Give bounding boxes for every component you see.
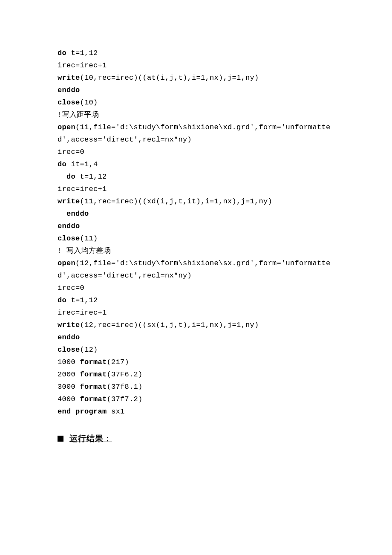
code-segment: 1000 xyxy=(58,358,80,366)
code-segment: open xyxy=(58,123,75,131)
code-line: do t=1,12 xyxy=(58,294,334,306)
code-segment: close xyxy=(58,98,80,107)
code-line: 1000 format(2i7) xyxy=(58,356,334,368)
code-segment: enddo xyxy=(58,333,80,341)
code-line: close(11) xyxy=(58,232,334,245)
code-segment: write xyxy=(58,321,80,329)
code-line: 2000 format(37F6.2) xyxy=(58,368,334,381)
code-segment: (37f7.2) xyxy=(107,395,143,403)
code-segment: irec=irec+1 xyxy=(58,61,107,69)
code-segment: t=1,12 xyxy=(66,49,98,57)
code-line: write(12,rec=irec)((sx(i,j,t),i=1,nx),j=… xyxy=(58,319,334,331)
code-segment: (10) xyxy=(80,98,98,107)
code-segment: (11,rec=irec)((xd(i,j,t,it),i=1,nx),j=1,… xyxy=(80,197,273,205)
code-segment: !写入距平场 xyxy=(58,111,99,119)
code-segment xyxy=(58,210,66,218)
code-segment: do xyxy=(58,160,66,168)
code-segment: end program xyxy=(58,408,107,416)
code-segment: do xyxy=(58,49,66,57)
code-segment: t=1,12 xyxy=(66,296,98,304)
code-segment: irec=0 xyxy=(58,148,84,156)
code-line: 3000 format(37f8.1) xyxy=(58,381,334,393)
code-line: write(10,rec=irec)((at(i,j,t),i=1,nx),j=… xyxy=(58,72,334,84)
code-line: irec=irec+1 xyxy=(58,306,334,319)
code-segment: format xyxy=(80,370,107,379)
code-segment: (37f8.1) xyxy=(107,383,143,391)
code-line: irec=0 xyxy=(58,146,334,158)
code-segment: 2000 xyxy=(58,370,80,379)
code-line: irec=0 xyxy=(58,282,334,294)
code-segment: irec=irec+1 xyxy=(58,185,107,193)
code-line: enddo xyxy=(58,208,334,220)
code-segment: close xyxy=(58,234,80,243)
code-line: irec=irec+1 xyxy=(58,59,334,72)
code-segment: (12) xyxy=(80,346,98,354)
code-segment: enddo xyxy=(58,86,80,94)
code-segment: (11) xyxy=(80,234,98,243)
code-segment: format xyxy=(80,383,107,391)
code-line: enddo xyxy=(58,220,334,232)
square-bullet-icon xyxy=(58,436,63,442)
code-segment xyxy=(58,173,66,181)
document-page: do t=1,12irec=irec+1write(10,rec=irec)((… xyxy=(0,0,392,555)
code-segment: t=1,12 xyxy=(75,173,107,181)
code-segment: (10,rec=irec)((at(i,j,t),i=1,nx),j=1,ny) xyxy=(80,74,259,82)
code-segment: do xyxy=(66,173,75,181)
code-segment: format xyxy=(80,358,107,366)
code-segment: close xyxy=(58,346,80,354)
code-line: do it=1,4 xyxy=(58,158,334,171)
code-line: do t=1,12 xyxy=(58,171,334,183)
code-segment: (12,rec=irec)((sx(i,j,t),i=1,nx),j=1,ny) xyxy=(80,321,259,329)
code-segment: 3000 xyxy=(58,383,80,391)
code-segment: irec=irec+1 xyxy=(58,309,107,317)
code-segment: enddo xyxy=(66,210,89,218)
code-segment: format xyxy=(80,395,107,403)
code-line: enddo xyxy=(58,331,334,344)
code-segment: irec=0 xyxy=(58,284,84,292)
code-line: !写入距平场 xyxy=(58,109,334,121)
code-line: close(10) xyxy=(58,96,334,109)
code-segment: do xyxy=(58,296,66,304)
code-segment: it=1,4 xyxy=(66,160,98,168)
section-heading: 运行结果： xyxy=(58,433,334,444)
code-line: open(11,file='d:\study\form\shixione\xd.… xyxy=(58,121,334,146)
code-line: end program sx1 xyxy=(58,405,334,418)
code-segment: write xyxy=(58,197,80,205)
code-segment: (37F6.2) xyxy=(107,370,143,379)
code-segment: open xyxy=(58,259,75,267)
code-segment: sx1 xyxy=(107,408,125,416)
code-segment: (11,file='d:\study\form\shixione\xd.grd'… xyxy=(58,123,331,144)
code-line: close(12) xyxy=(58,344,334,356)
code-segment: (2i7) xyxy=(107,358,130,366)
code-segment: (12,file='d:\study\form\shixione\sx.grd'… xyxy=(58,259,331,280)
code-line: enddo xyxy=(58,84,334,96)
code-block: do t=1,12irec=irec+1write(10,rec=irec)((… xyxy=(58,47,334,418)
section-title: 运行结果： xyxy=(69,433,112,444)
code-line: ! 写入均方差场 xyxy=(58,245,334,257)
code-line: open(12,file='d:\study\form\shixione\sx.… xyxy=(58,257,334,282)
code-line: irec=irec+1 xyxy=(58,183,334,195)
code-line: do t=1,12 xyxy=(58,47,334,59)
code-line: write(11,rec=irec)((xd(i,j,t,it),i=1,nx)… xyxy=(58,195,334,208)
code-line: 4000 format(37f7.2) xyxy=(58,393,334,405)
code-segment: ! 写入均方差场 xyxy=(58,247,111,255)
code-segment: 4000 xyxy=(58,395,80,403)
code-segment: write xyxy=(58,74,80,82)
code-segment: enddo xyxy=(58,222,80,230)
